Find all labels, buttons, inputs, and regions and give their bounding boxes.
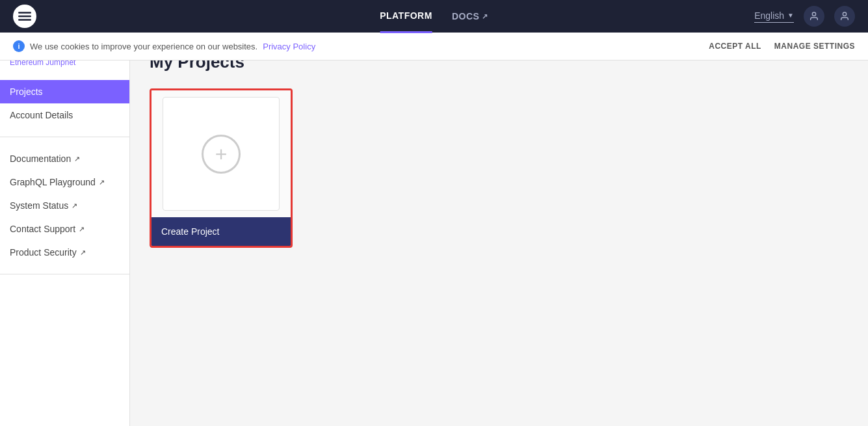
- sidebar-nav: Projects Account Details Documentation ↗…: [0, 80, 129, 274]
- external-icon: ↗: [80, 248, 86, 257]
- sidebar-item-documentation[interactable]: Documentation ↗: [0, 147, 129, 170]
- logo[interactable]: [13, 5, 36, 28]
- notifications-icon[interactable]: [804, 6, 824, 27]
- sidebar-divider-1: [0, 137, 129, 137]
- sidebar-item-contact-support[interactable]: Contact Support ↗: [0, 217, 129, 241]
- cookie-actions: ACCEPT ALL MANAGE SETTINGS: [709, 42, 855, 51]
- manage-settings-button[interactable]: MANAGE SETTINGS: [774, 42, 855, 51]
- external-icon: ↗: [99, 178, 105, 187]
- layout: Enjin Platform Ethereum Jumpnet Projects…: [0, 33, 868, 426]
- navbar: PLATFORM DOCS ↗ English ▼: [0, 0, 868, 33]
- external-link-icon: ↗: [482, 12, 488, 21]
- info-icon: i: [13, 40, 25, 52]
- cookie-message-area: i We use cookies to improve your experie…: [13, 40, 315, 52]
- nav-docs[interactable]: DOCS ↗: [452, 1, 488, 32]
- nav-platform[interactable]: PLATFORM: [380, 0, 432, 33]
- sidebar: Enjin Platform Ethereum Jumpnet Projects…: [0, 33, 130, 426]
- user-account-icon[interactable]: [834, 6, 855, 27]
- create-project-card[interactable]: + Create Project: [150, 88, 293, 248]
- main-content: My Projects + Create Project: [130, 33, 868, 426]
- sidebar-item-product-security[interactable]: Product Security ↗: [0, 241, 129, 264]
- accept-all-button[interactable]: ACCEPT ALL: [709, 42, 761, 51]
- svg-rect-0: [18, 12, 31, 14]
- svg-rect-1: [18, 16, 31, 18]
- project-card-body: +: [151, 90, 291, 217]
- svg-rect-2: [18, 19, 31, 20]
- chevron-down-icon: ▼: [787, 12, 794, 19]
- svg-point-3: [812, 12, 815, 16]
- sidebar-item-graphql[interactable]: GraphQL Playground ↗: [0, 170, 129, 194]
- privacy-policy-link[interactable]: Privacy Policy: [263, 42, 315, 51]
- navbar-right: English ▼: [754, 6, 855, 27]
- navbar-center: PLATFORM DOCS ↗: [380, 0, 488, 33]
- projects-grid: + Create Project: [150, 88, 848, 248]
- cookie-banner: i We use cookies to improve your experie…: [0, 33, 868, 60]
- sidebar-item-projects[interactable]: Projects: [0, 80, 129, 103]
- create-project-button[interactable]: Create Project: [151, 217, 291, 246]
- external-icon: ↗: [72, 202, 77, 210]
- external-icon: ↗: [74, 155, 80, 163]
- navbar-left: [13, 5, 36, 28]
- sidebar-item-account-details[interactable]: Account Details: [0, 103, 129, 127]
- sidebar-divider-2: [0, 274, 129, 274]
- language-selector[interactable]: English ▼: [754, 10, 794, 23]
- svg-point-4: [843, 12, 846, 16]
- add-icon: +: [202, 135, 241, 174]
- sidebar-item-system-status[interactable]: System Status ↗: [0, 194, 129, 217]
- project-card-inner: +: [163, 97, 280, 211]
- external-icon: ↗: [79, 225, 85, 233]
